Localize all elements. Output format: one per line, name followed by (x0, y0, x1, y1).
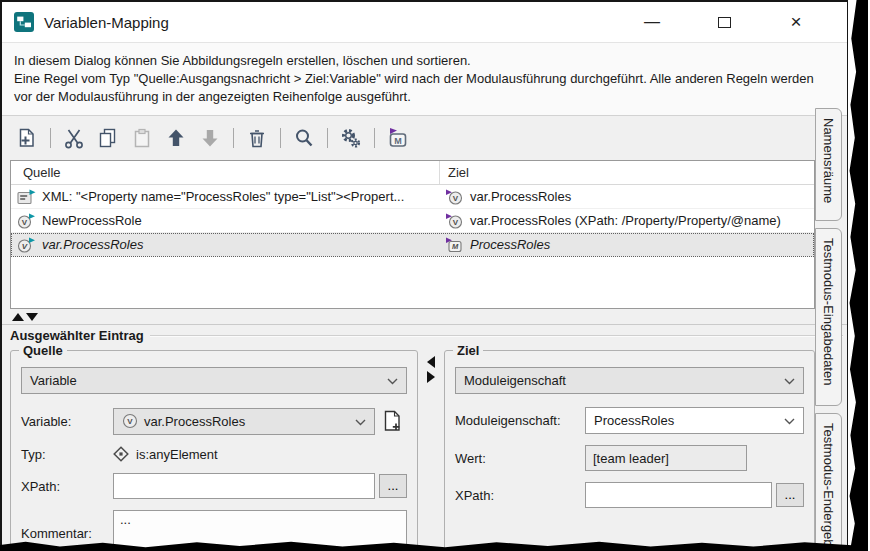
comment-label: Kommentar: (21, 526, 113, 541)
move-up-button[interactable] (163, 125, 189, 151)
target-xpath-input[interactable] (585, 482, 772, 508)
settings-button[interactable] (338, 125, 364, 151)
source-group-title: Quelle (19, 343, 67, 358)
source-text: NewProcessRole (42, 213, 142, 228)
new-document-icon (381, 409, 405, 433)
collapse-right-icon[interactable] (427, 371, 435, 383)
dialog-description: In diesem Dialog können Sie Abbildungsre… (2, 42, 847, 116)
source-cell: V var.ProcessRoles (11, 237, 440, 253)
scissors-icon (64, 127, 84, 149)
window-title: Variablen-Mapping (44, 14, 169, 31)
toolbar-separator (327, 128, 328, 148)
tab-namensraeume[interactable]: Namensräume (815, 108, 842, 221)
module-property-label: Moduleigenschaft: (455, 413, 585, 428)
copy-button[interactable] (95, 125, 121, 151)
description-line-1: In diesem Dialog können Sie Abbildungsre… (14, 52, 835, 70)
table-row[interactable]: XML: "<Property name="ProcessRoles" type… (11, 185, 814, 209)
description-line-2: Eine Regel vom Typ "Quelle:Ausgangsnachr… (14, 70, 835, 88)
collapse-down-icon[interactable] (26, 313, 38, 321)
search-button[interactable] (291, 125, 317, 151)
target-text: var.ProcessRoles (470, 189, 571, 204)
variable-icon: V (445, 213, 464, 229)
svg-text:V: V (127, 417, 133, 426)
variable-icon: V (17, 213, 36, 229)
chevron-down-icon (784, 418, 795, 425)
trash-icon (246, 127, 268, 149)
source-group: Quelle Variable Variable: V var.ProcessR… (10, 350, 418, 551)
svg-text:V: V (22, 218, 28, 227)
source-type-value: Variable (30, 373, 77, 388)
chevron-down-icon (355, 419, 366, 426)
new-variable-button[interactable] (379, 407, 407, 435)
table-header: Quelle Ziel (11, 161, 814, 185)
table-row-selected[interactable]: V var.ProcessRoles M ProcessRoles (11, 233, 814, 257)
selected-entry-header: Ausgewählter Eintrag (2, 325, 847, 343)
module-property-combobox[interactable]: ProcessRoles (585, 407, 804, 434)
search-icon (293, 127, 315, 149)
detail-panels: Quelle Variable Variable: V var.ProcessR… (10, 350, 815, 551)
screenshot-stage: Variablen-Mapping — × In diesem Dialog k… (0, 0, 870, 551)
type-label: Typ: (21, 447, 113, 462)
maximize-button[interactable] (711, 9, 737, 35)
variable-combobox[interactable]: V var.ProcessRoles (113, 408, 375, 435)
side-tab-strip: Namensräume Testmodus-Eingabedaten Testm… (815, 108, 842, 551)
module-mapping-button[interactable]: M (385, 125, 411, 151)
target-cell: V var.ProcessRoles (440, 189, 814, 205)
variablen-mapping-dialog: Variablen-Mapping — × In diesem Dialog k… (0, 0, 848, 551)
torn-edge-right (846, 0, 868, 551)
xpath-label: XPath: (455, 488, 585, 503)
tab-testmodus-endergebnisse[interactable]: Testmodus-Endergebnisse (815, 413, 842, 551)
tab-testmodus-eingabedaten[interactable]: Testmodus-Eingabedaten (815, 228, 842, 406)
module-flag-icon: M (387, 127, 409, 149)
column-header-quelle[interactable]: Quelle (11, 161, 440, 184)
svg-text:V: V (453, 218, 459, 227)
move-down-button[interactable] (197, 125, 223, 151)
new-rule-button[interactable] (14, 125, 40, 151)
table-row[interactable]: V NewProcessRole V var.ProcessRoles (XPa… (11, 209, 814, 233)
value-label: Wert: (455, 451, 585, 466)
target-text: ProcessRoles (470, 237, 550, 252)
header-rule (150, 335, 843, 337)
column-header-ziel[interactable]: Ziel (440, 161, 814, 184)
source-xpath-browse-button[interactable]: ... (379, 474, 407, 498)
source-text: var.ProcessRoles (42, 237, 143, 252)
source-type-select[interactable]: Variable (21, 367, 407, 394)
description-line-3: vor der Modulausführung in der angezeigt… (14, 88, 835, 106)
horizontal-splitter[interactable] (2, 309, 847, 325)
toolbar-separator (280, 128, 281, 148)
minimize-button[interactable]: — (639, 9, 665, 35)
target-type-select[interactable]: Moduleigenschaft (455, 367, 804, 394)
svg-text:V: V (22, 242, 28, 251)
toolbar-separator (233, 128, 234, 148)
title-bar: Variablen-Mapping — × (2, 2, 847, 42)
source-xpath-input[interactable] (113, 473, 375, 499)
arrow-up-icon (165, 127, 187, 149)
toolbar: M (2, 116, 847, 160)
target-xpath-browse-button[interactable]: ... (776, 483, 804, 507)
close-button[interactable]: × (783, 9, 809, 35)
mapping-rules-table: Quelle Ziel XML: "<Property name="Proces… (10, 160, 815, 309)
module-property-value: ProcessRoles (594, 413, 674, 428)
cut-button[interactable] (61, 125, 87, 151)
type-value: is:anyElement (136, 447, 218, 462)
svg-text:V: V (453, 194, 459, 203)
clipboard-icon (131, 127, 153, 149)
arrow-down-icon (199, 127, 221, 149)
mapping-app-icon (14, 12, 34, 32)
delete-button[interactable] (244, 125, 270, 151)
vertical-splitter[interactable] (418, 350, 444, 551)
variable-label: Variable: (21, 414, 113, 429)
new-document-icon (16, 127, 38, 149)
svg-text:M: M (452, 242, 459, 251)
toolbar-separator (374, 128, 375, 148)
variable-icon: V (445, 189, 464, 205)
collapse-left-icon[interactable] (427, 356, 435, 368)
paste-button[interactable] (129, 125, 155, 151)
target-group: Ziel Moduleigenschaft Moduleigenschaft: … (444, 350, 815, 551)
variable-icon: V (122, 413, 138, 429)
module-property-icon: M (445, 237, 464, 253)
source-cell: V NewProcessRole (11, 213, 440, 229)
collapse-up-icon[interactable] (12, 313, 24, 321)
window-controls: — × (639, 9, 809, 35)
chevron-down-icon (784, 378, 795, 385)
